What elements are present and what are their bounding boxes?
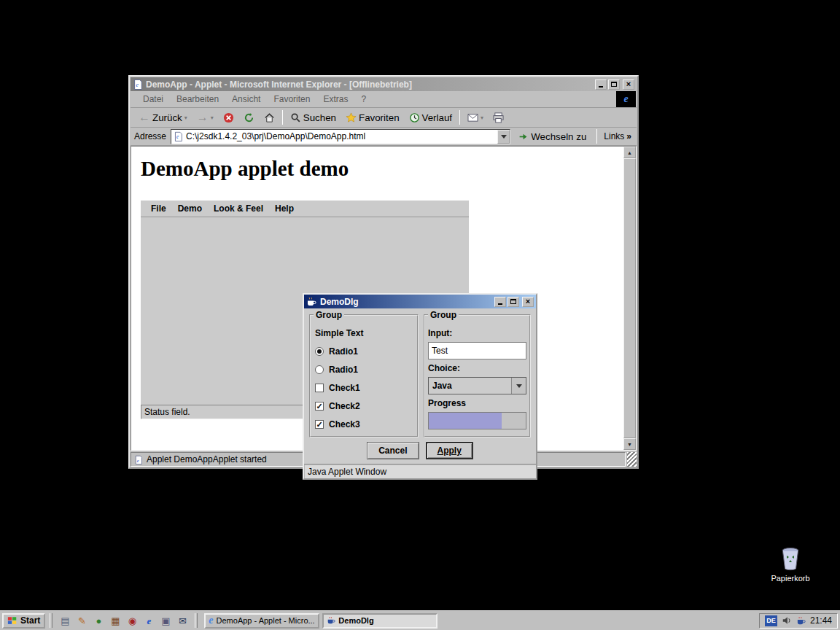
svg-text:e: e [136,82,139,88]
eye-icon[interactable]: ◉ [126,615,138,626]
applet-menu-look-feel[interactable]: Look & Feel [208,201,269,217]
globe-icon[interactable]: ● [93,615,104,626]
refresh-icon [244,112,254,123]
choice-value: Java [429,378,511,394]
progress-fill [429,413,502,429]
choice-combobox[interactable]: Java [428,377,526,394]
keyboard-layout-indicator[interactable]: DE [765,615,777,626]
taskbar-grip[interactable] [50,613,52,628]
mail-icon[interactable]: ✉ [176,615,188,626]
applet-menu-demo[interactable]: Demo [172,201,208,217]
checkbox-label: Check1 [329,383,360,393]
input-label: Input: [428,324,526,342]
go-button[interactable]: Wechseln zu [515,129,590,144]
home-button[interactable] [260,110,279,125]
ie-icon[interactable]: e [143,615,155,626]
taskbar: Start ▤✎●▦◉e▣✉ eDemoApp - Applet - Micro… [0,610,840,630]
recycle-bin-label: Papierkorb [769,574,811,583]
toolbar-separator [459,110,460,125]
search-button[interactable]: Suchen [286,110,341,125]
search-label: Suchen [303,112,336,123]
ie-icon: e [209,615,213,626]
checkbox-1[interactable]: ✓ [315,384,324,392]
ie-menu-item-favoriten[interactable]: Favoriten [267,92,316,106]
system-tray: DE 21:44 [759,613,838,629]
address-label: Adresse [134,131,166,141]
app-icon[interactable]: ▣ [160,615,171,626]
dialog-titlebar[interactable]: DemoDlg × [304,295,536,308]
back-label: Zurück [152,112,182,123]
checkbox-2[interactable]: ✓ [315,402,324,411]
scroll-up-icon[interactable]: ▲ [623,147,636,158]
left-group-box: Group Simple Text Radio1Radio1 ✓Check1✓C… [309,314,419,438]
links-toolbar[interactable]: Links » [604,131,633,141]
taskbar-clock[interactable]: 21:44 [810,615,832,626]
maximize-button[interactable] [608,79,620,90]
dialog-close-button[interactable]: × [522,297,534,307]
radio-row[interactable]: Radio1 [314,360,414,378]
applet-menu-help[interactable]: Help [269,201,300,217]
desktop-icon-recycle-bin[interactable]: Papierkorb [766,546,814,583]
refresh-button[interactable] [239,110,259,125]
ie-menu-item-ansicht[interactable]: Ansicht [225,92,267,106]
back-button[interactable]: ← Zurück ▾ [134,109,192,125]
favorites-button[interactable]: Favoriten [341,110,404,125]
forward-button[interactable]: → ▾ [192,109,218,125]
print-icon [493,112,504,123]
volume-icon[interactable] [782,615,792,626]
books-icon[interactable]: ▦ [109,615,121,626]
choice-label: Choice: [428,359,526,377]
taskbar-grip[interactable] [195,613,198,628]
ie-menu-item-datei[interactable]: Datei [136,92,170,106]
pen-icon[interactable]: ✎ [76,615,88,626]
ie-menu-item-bearbeiten[interactable]: Bearbeiten [170,92,225,106]
go-arrow-icon [518,132,528,141]
favorites-star-icon [346,112,357,123]
quick-launch-bar: ▤✎●▦◉e▣✉ [57,615,190,626]
java-tray-icon[interactable] [796,616,806,626]
ie-menu-item-?[interactable]: ? [354,92,373,106]
dialog-maximize-button[interactable] [508,297,519,307]
dialog-minimize-button[interactable] [494,297,506,307]
checkbox-row[interactable]: ✓Check2 [314,397,414,415]
links-label: Links [604,131,624,141]
address-dropdown-button[interactable] [497,130,510,144]
addressbar-separator [596,129,597,144]
radio-group: Radio1Radio1 [314,342,414,378]
history-label: Verlauf [422,112,453,123]
print-button[interactable] [489,110,508,125]
ie-menu-item-extras[interactable]: Extras [316,92,354,106]
applet-menu-file[interactable]: File [145,201,172,217]
stop-button[interactable] [219,110,238,125]
scroll-down-icon[interactable]: ▼ [623,438,636,450]
checkbox-3[interactable]: ✓ [315,420,324,429]
minimize-button[interactable] [595,79,607,90]
vertical-scrollbar[interactable]: ▲ ▼ [623,147,636,450]
page-title: DemoApp applet demo [141,157,349,181]
history-button[interactable]: Verlauf [405,110,457,125]
task-button-java[interactable]: DemoDlg [322,613,438,629]
checkbox-row[interactable]: ✓Check3 [314,415,414,433]
document-icon[interactable]: ▤ [59,615,71,626]
status-text: Applet DemoAppApplet started [147,454,267,464]
close-button[interactable]: × [623,79,634,90]
scrollbar-thumb[interactable] [623,158,636,438]
address-input[interactable] [186,131,494,143]
ie-menubar: DateiBearbeitenAnsichtFavoritenExtras? e [131,91,637,108]
apply-button[interactable]: Apply [426,442,473,459]
input-field[interactable] [428,342,526,359]
radio-label: Radio1 [329,346,358,357]
radio-button-2[interactable] [315,365,324,374]
combo-arrow-icon[interactable] [511,378,526,394]
radio-button-1[interactable] [315,347,324,356]
go-label: Wechseln zu [531,131,586,142]
start-button[interactable]: Start [2,613,45,629]
checkbox-row[interactable]: ✓Check1 [314,378,414,397]
mail-icon [467,113,478,122]
resize-grip[interactable] [627,452,637,467]
mail-button[interactable]: ▾ [463,111,488,125]
cancel-button[interactable]: Cancel [367,442,419,459]
task-button-ie[interactable]: eDemoApp - Applet - Micro... [204,613,319,629]
radio-row[interactable]: Radio1 [314,342,414,360]
ie-titlebar[interactable]: e DemoApp - Applet - Microsoft Internet … [131,77,637,91]
